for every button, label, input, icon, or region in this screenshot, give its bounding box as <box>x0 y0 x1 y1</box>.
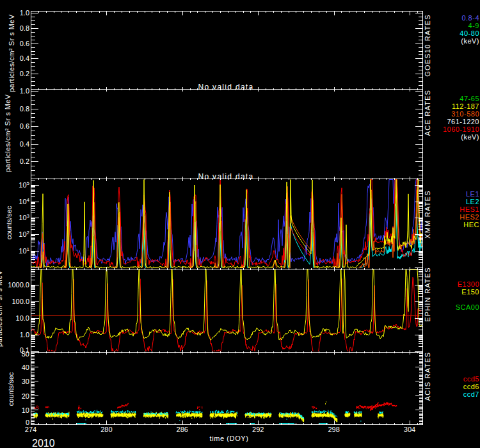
svg-text:100.0: 100.0 <box>12 298 29 305</box>
svg-text:No valid data: No valid data <box>198 172 254 181</box>
svg-text:50: 50 <box>22 350 29 358</box>
svg-text:HEC: HEC <box>463 221 479 228</box>
svg-text:HES2: HES2 <box>460 213 479 221</box>
svg-text:ACE RATES: ACE RATES <box>424 90 431 136</box>
svg-text:298: 298 <box>328 426 339 433</box>
svg-text:ccd6: ccd6 <box>463 383 479 390</box>
svg-text:2010: 2010 <box>32 438 55 448</box>
svg-text:particles/cm² Sr s MeV: particles/cm² Sr s MeV <box>4 94 12 172</box>
svg-text:LE2: LE2 <box>466 198 479 205</box>
svg-text:1.0: 1.0 <box>20 87 29 95</box>
svg-text:0.2: 0.2 <box>20 157 29 165</box>
svg-text:0: 0 <box>26 419 29 426</box>
svg-text:0.6: 0.6 <box>20 40 29 47</box>
svg-text:761-1220: 761-1220 <box>447 118 480 125</box>
svg-text:time (DOY): time (DOY) <box>210 435 249 442</box>
svg-text:ACIS RATES: ACIS RATES <box>424 352 431 401</box>
svg-text:304: 304 <box>404 426 415 433</box>
svg-text:10: 10 <box>22 406 29 414</box>
svg-text:ccd7: ccd7 <box>463 390 479 398</box>
svg-text:particles/cm² sr s MeV: particles/cm² sr s MeV <box>0 270 3 347</box>
svg-text:0.4: 0.4 <box>20 140 29 148</box>
svg-text:0.8: 0.8 <box>20 105 29 113</box>
svg-text:280: 280 <box>100 426 112 433</box>
svg-text:0.8-4: 0.8-4 <box>461 14 479 22</box>
svg-text:0.8: 0.8 <box>20 24 29 32</box>
svg-text:XMM RATES: XMM RATES <box>424 190 431 238</box>
svg-text:counts/sec: counts/sec <box>5 205 13 239</box>
svg-text:E1300: E1300 <box>458 280 479 288</box>
svg-text:286: 286 <box>177 426 188 433</box>
svg-text:GOES10 RATES: GOES10 RATES <box>424 14 431 76</box>
svg-text:274: 274 <box>25 426 36 433</box>
svg-text:310-580: 310-580 <box>451 110 479 118</box>
svg-text:SCA00: SCA00 <box>456 303 479 311</box>
svg-text:No valid data: No valid data <box>198 83 254 92</box>
svg-text:0.6: 0.6 <box>20 122 29 130</box>
svg-text:40: 40 <box>22 364 29 371</box>
svg-text:particles/cm² Sr s MeV: particles/cm² Sr s MeV <box>8 14 15 92</box>
svg-text:(keV): (keV) <box>461 37 479 45</box>
svg-text:EPHIN RATES: EPHIN RATES <box>424 267 431 322</box>
svg-text:(keV): (keV) <box>461 133 479 141</box>
svg-text:40-80: 40-80 <box>460 29 479 37</box>
svg-text:4-9: 4-9 <box>468 22 479 29</box>
svg-text:1.0: 1.0 <box>20 331 29 339</box>
svg-text:10.0: 10.0 <box>16 314 29 322</box>
svg-text:1.0: 1.0 <box>20 9 29 17</box>
svg-text:ccd5: ccd5 <box>463 375 479 383</box>
svg-text:HES1: HES1 <box>460 205 479 213</box>
svg-text:counts/sec: counts/sec <box>7 372 15 406</box>
svg-text:0.4: 0.4 <box>20 54 29 62</box>
svg-text:112-187: 112-187 <box>452 102 479 110</box>
svg-text:292: 292 <box>252 426 264 433</box>
svg-text:E150: E150 <box>461 288 479 296</box>
svg-text:0.2: 0.2 <box>20 70 29 77</box>
svg-text:30: 30 <box>22 378 29 385</box>
svg-text:20: 20 <box>22 392 29 400</box>
svg-text:47-65: 47-65 <box>460 95 479 102</box>
svg-text:LE1: LE1 <box>466 190 479 198</box>
svg-text:1000.0: 1000.0 <box>8 281 29 289</box>
svg-text:1060-1910: 1060-1910 <box>443 125 479 133</box>
